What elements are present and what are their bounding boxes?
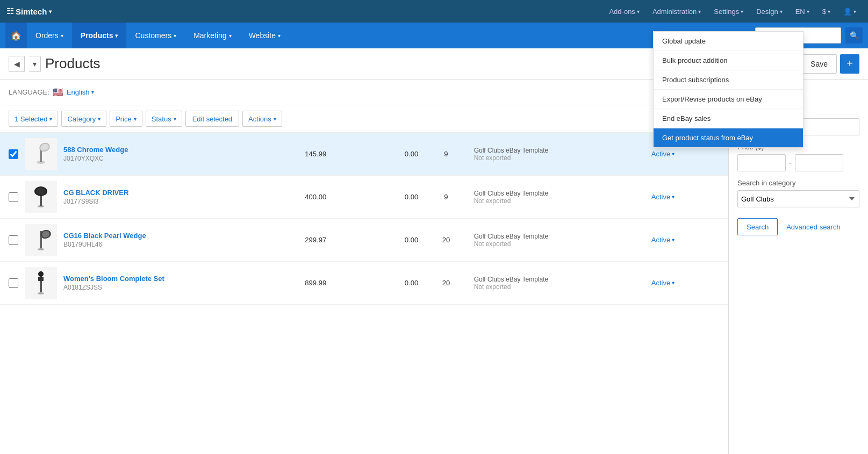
top-nav-items: Add-ons ▾ Administration ▾ Settings ▾ De… (604, 4, 862, 19)
product-image-1 (25, 138, 57, 170)
price-from-input[interactable] (737, 154, 786, 171)
product-image-4 (25, 267, 57, 299)
filter-bar: 1 Selected ▾ Category ▾ Price ▾ Status ▾… (0, 105, 728, 133)
product-category-2: Golf Clubs eBay Template Not exported (474, 190, 645, 205)
dropdown-get-status[interactable]: Get product status from eBay (654, 128, 803, 147)
svg-point-11 (38, 248, 44, 250)
product-category-4: Golf Clubs eBay Template Not exported (474, 276, 645, 291)
search-button[interactable]: Search (737, 218, 778, 235)
dropdown-end-ebay[interactable]: End eBay sales (654, 109, 803, 128)
product-checkbox-3[interactable] (9, 235, 18, 245)
svg-point-15 (38, 292, 44, 294)
edit-selected-button[interactable]: Edit selected (185, 111, 239, 127)
product-price-1: 145.99 (241, 150, 326, 158)
category-select[interactable]: Golf Clubs (737, 190, 859, 207)
product-sale-3: 0.00 (333, 236, 418, 244)
currency-selector[interactable]: $ ▾ (817, 4, 836, 19)
language-link[interactable]: English ▾ (67, 88, 94, 96)
top-search-button[interactable]: 🔍 (845, 27, 863, 44)
price-range: - (737, 154, 859, 171)
product-sale-1: 0.00 (333, 150, 418, 158)
product-row: 588 Chrome Wedge J0170YXQXC 145.99 0.00 … (0, 133, 728, 176)
addons-menu[interactable]: Add-ons ▾ (604, 4, 644, 19)
product-qty-1: 9 (425, 150, 468, 158)
svg-point-7 (36, 188, 46, 195)
product-status-link-2[interactable]: Active ▾ (651, 193, 720, 201)
dropdown-global-update[interactable]: Global update (654, 32, 803, 51)
website-nav[interactable]: Website ▾ (240, 23, 289, 48)
product-price-4: 899.99 (241, 279, 326, 287)
dropdown-subscriptions[interactable]: Product subscriptions (654, 70, 803, 90)
product-image-2 (25, 181, 57, 213)
back-dropdown[interactable]: ▾ (29, 56, 41, 72)
product-row: CG BLACK DRIVER J0177S9SI3 400.00 0.00 9… (0, 176, 728, 219)
product-status-2: Active ▾ (651, 193, 720, 201)
product-name-col-4: Women's Bloom Complete Set A0181ZSJSS (63, 275, 234, 291)
search-in-category-label: Search in category (737, 179, 859, 187)
products-nav[interactable]: Products ▾ (72, 23, 127, 48)
price-dash: - (789, 158, 792, 167)
add-button[interactable]: + (840, 54, 859, 74)
product-name-2[interactable]: CG BLACK DRIVER (63, 189, 234, 197)
price-to-input[interactable] (795, 154, 843, 171)
svg-rect-14 (38, 277, 44, 281)
marketing-nav[interactable]: Marketing ▾ (185, 23, 240, 48)
back-button[interactable]: ◀ (9, 56, 25, 72)
product-qty-3: 20 (425, 236, 468, 244)
product-status-1: Active ▾ (651, 150, 720, 158)
product-price-2: 400.00 (241, 193, 326, 201)
save-button[interactable]: Save (801, 54, 837, 74)
product-name-1[interactable]: 588 Chrome Wedge (63, 146, 234, 154)
language-selector[interactable]: EN ▾ (790, 4, 815, 19)
category-filter[interactable]: Category ▾ (61, 111, 106, 127)
product-image-3 (25, 224, 57, 256)
product-name-col-1: 588 Chrome Wedge J0170YXQXC (63, 146, 234, 162)
advanced-search-button[interactable]: Advanced search (782, 218, 844, 235)
product-name-3[interactable]: CG16 Black Pearl Wedge (63, 232, 234, 240)
language-bar: LANGUAGE: 🇺🇸 English ▾ (0, 80, 728, 105)
product-name-col-3: CG16 Black Pearl Wedge B0179UHL46 (63, 232, 234, 248)
language-label: LANGUAGE: (9, 88, 49, 96)
products-list: 588 Chrome Wedge J0170YXQXC 145.99 0.00 … (0, 133, 728, 305)
dropdown-bulk-addition[interactable]: Bulk product addition (654, 51, 803, 70)
user-menu[interactable]: 👤 ▾ (838, 4, 862, 19)
product-checkbox-1[interactable] (9, 149, 18, 159)
status-filter[interactable]: Status ▾ (146, 111, 182, 127)
product-name-4[interactable]: Women's Bloom Complete Set (63, 275, 234, 283)
design-menu[interactable]: Design ▾ (751, 4, 787, 19)
product-status-link-4[interactable]: Active ▾ (651, 279, 720, 287)
product-sku-1: J0170YXQXC (63, 155, 234, 162)
product-checkbox-4[interactable] (9, 278, 18, 288)
orders-nav[interactable]: Orders ▾ (27, 23, 72, 48)
product-sku-4: A0181ZSJSS (63, 284, 234, 291)
settings-menu[interactable]: Settings ▾ (708, 4, 749, 19)
home-button[interactable]: 🏠 (5, 23, 27, 48)
top-navigation: ☷ Simtech ▾ Add-ons ▾ Administration ▾ S… (0, 0, 868, 23)
product-status-4: Active ▾ (651, 279, 720, 287)
product-checkbox-2[interactable] (9, 192, 18, 202)
product-row: Women's Bloom Complete Set A0181ZSJSS 89… (0, 262, 728, 305)
product-qty-2: 9 (425, 193, 468, 201)
actions-button[interactable]: Actions ▾ (242, 111, 282, 127)
product-category-1: Golf Clubs eBay Template Not exported (474, 147, 645, 162)
product-status-link-1[interactable]: Active ▾ (651, 150, 720, 158)
customers-nav[interactable]: Customers ▾ (126, 23, 185, 48)
search-actions: Search Advanced search (737, 218, 859, 235)
product-sku-2: J0177S9SI3 (63, 198, 234, 205)
product-row: CG16 Black Pearl Wedge B0179UHL46 299.97… (0, 219, 728, 262)
svg-point-13 (38, 271, 44, 277)
second-nav-items: Orders ▾ Products ▾ Customers ▾ Marketin… (27, 23, 289, 48)
product-category-3: Golf Clubs eBay Template Not exported (474, 233, 645, 248)
product-name-col-2: CG BLACK DRIVER J0177S9SI3 (63, 189, 234, 205)
products-panel: LANGUAGE: 🇺🇸 English ▾ 1 Selected ▾ Cate… (0, 80, 728, 454)
language-flag: 🇺🇸 (53, 87, 63, 97)
selected-filter[interactable]: 1 Selected ▾ (9, 111, 58, 127)
brand-logo[interactable]: ☷ Simtech ▾ (6, 6, 52, 16)
product-status-link-3[interactable]: Active ▾ (651, 236, 720, 244)
administration-menu[interactable]: Administration ▾ (647, 4, 706, 19)
dropdown-export-ebay[interactable]: Export/Revise products on eBay (654, 90, 803, 109)
product-qty-4: 20 (425, 279, 468, 287)
product-sku-3: B0179UHL46 (63, 241, 234, 248)
price-filter[interactable]: Price ▾ (110, 111, 142, 127)
product-sale-4: 0.00 (333, 279, 418, 287)
